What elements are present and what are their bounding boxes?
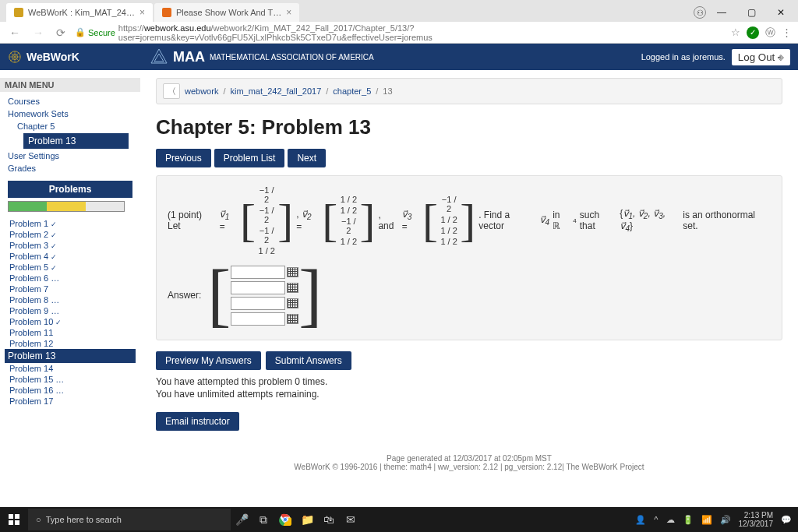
problem-list: Problem 1Problem 2Problem 3Problem 4Prob… (8, 218, 132, 407)
mic-icon[interactable]: 🎤 (231, 509, 252, 530)
nav-homework-sets[interactable]: Homework Sets (8, 107, 132, 120)
problem-link[interactable]: Problem 16 (8, 385, 132, 396)
wifi-icon[interactable]: 📶 (701, 515, 712, 525)
problem-link[interactable]: Problem 9 (8, 305, 132, 316)
people-icon[interactable]: 👤 (635, 515, 646, 525)
onedrive-icon[interactable]: ☁ (666, 515, 675, 525)
bc-current: 13 (383, 86, 392, 96)
answer-input-4[interactable] (231, 312, 285, 326)
problem-link[interactable]: Problem 10 (8, 316, 132, 327)
tab-favicon (14, 8, 23, 17)
problem-link[interactable]: Problem 4 (8, 251, 132, 262)
url-text: https://webwork.asu.edu/webwork2/Kim_MAT… (118, 23, 725, 42)
forward-button[interactable]: → (30, 26, 47, 39)
previous-button[interactable]: Previous (156, 149, 211, 167)
equation-editor-icon[interactable] (287, 283, 298, 293)
url-field[interactable]: 🔒 Secure https://webwork.asu.edu/webwork… (75, 23, 725, 42)
submit-answers-button[interactable]: Submit Answers (266, 351, 351, 370)
chrome-icon[interactable] (274, 509, 296, 530)
email-instructor-button[interactable]: Email instructor (156, 412, 239, 431)
minimize-button[interactable]: — (708, 3, 736, 22)
nav-grades[interactable]: Grades (8, 162, 132, 174)
equation-editor-icon[interactable] (287, 298, 298, 308)
file-explorer-icon[interactable]: 📁 (296, 509, 318, 530)
equation-editor-icon[interactable] (287, 314, 298, 324)
tab-close-icon[interactable]: × (139, 7, 145, 18)
system-tray: 👤 ^ ☁ 🔋 📶 🔊 2:13 PM 12/3/2017 💬 (635, 511, 798, 528)
browser-tab-webwork[interactable]: WeBWorK : Kim_MAT_24… × (6, 3, 153, 22)
sidebar: MAIN MENU Courses Homework Sets Chapter … (0, 70, 140, 479)
nav-chapter[interactable]: Chapter 5 (8, 120, 132, 132)
answer-input-3[interactable] (231, 297, 285, 310)
battery-icon[interactable]: 🔋 (683, 515, 694, 525)
preview-answers-button[interactable]: Preview My Answers (156, 351, 261, 370)
back-button[interactable]: ← (6, 26, 23, 39)
tab-close-icon[interactable]: × (286, 7, 291, 18)
answer-input-1[interactable] (231, 266, 285, 279)
problem-link[interactable]: Problem 14 (8, 363, 132, 374)
problems-header: Problems (8, 181, 132, 198)
find-text-b: in ℝ (553, 210, 570, 231)
mail-icon[interactable]: ✉ (340, 509, 362, 530)
reload-button[interactable]: ⟳ (53, 26, 69, 39)
maa-icon (150, 48, 168, 66)
progress-bar (8, 201, 125, 212)
breadcrumb-back-button[interactable]: 〈 (163, 83, 180, 99)
svg-rect-4 (9, 514, 13, 519)
equation-editor-icon[interactable] (287, 267, 298, 277)
check-icon[interactable]: ✓ (747, 26, 759, 39)
find-text-c: such that (580, 210, 617, 231)
app-name: WeBWorK (26, 51, 79, 63)
clock[interactable]: 2:13 PM 12/3/2017 (739, 511, 774, 528)
problem-link[interactable]: Problem 1 (8, 218, 132, 229)
problem-link[interactable]: Problem 17 (8, 396, 132, 407)
answer-label: Answer: (168, 290, 201, 301)
problem-list-button[interactable]: Problem List (214, 149, 285, 167)
extension-icon[interactable]: ⓦ (765, 26, 775, 40)
tray-expand-icon[interactable]: ^ (654, 515, 658, 524)
find-text-d: is an orthonormal set. (683, 210, 771, 231)
taskbar-search[interactable]: ○ Type here to search (28, 509, 231, 530)
problem-link[interactable]: Problem 15 (8, 374, 132, 385)
maa-logo: MAA MATHEMATICAL ASSOCIATION OF AMERICA (150, 48, 374, 66)
maa-brand: MAA (173, 49, 205, 65)
problem-link[interactable]: Problem 3 (8, 240, 132, 251)
problem-link[interactable]: Problem 13 (5, 349, 136, 363)
menu-icon[interactable]: ⋮ (782, 26, 792, 38)
browser-tab-strip: WeBWorK : Kim_MAT_24… × Please Show Work… (0, 0, 798, 22)
answer-input-2[interactable] (231, 281, 285, 294)
problem-link[interactable]: Problem 7 (8, 284, 132, 294)
task-view-icon[interactable]: ⧉ (252, 509, 274, 530)
attempts-remaining: You have unlimited attempts remaining. (156, 389, 782, 400)
problem-link[interactable]: Problem 5 (8, 262, 132, 273)
store-icon[interactable]: 🛍 (318, 509, 340, 530)
footer-generated: Page generated at 12/03/2017 at 02:05pm … (156, 454, 782, 463)
footer-copyright: WeBWorK © 1996-2016 | theme: math4 | ww_… (156, 463, 782, 471)
tab-favicon (162, 8, 171, 17)
problem-link[interactable]: Problem 12 (8, 338, 132, 349)
browser-tab-chegg[interactable]: Please Show Work And T… × (154, 3, 299, 22)
nav-user-settings[interactable]: User Settings (8, 150, 132, 162)
notifications-icon[interactable]: 💬 (781, 515, 792, 525)
logout-button[interactable]: Log Out ⎆ (732, 49, 790, 65)
bc-webwork[interactable]: webwork (185, 86, 218, 96)
attempts-count: You have attempted this problem 0 times. (156, 376, 782, 387)
webwork-logo[interactable]: WeBWorK (8, 50, 79, 64)
bc-course[interactable]: kim_mat_242_fall_2017 (230, 86, 321, 96)
nav-current-problem[interactable]: Problem 13 (23, 133, 129, 149)
problem-link[interactable]: Problem 8 (8, 294, 132, 305)
and-text: , and (378, 210, 398, 231)
problem-link[interactable]: Problem 11 (8, 327, 132, 338)
next-button[interactable]: Next (288, 149, 326, 167)
problem-link[interactable]: Problem 2 (8, 229, 132, 240)
maximize-button[interactable]: ▢ (737, 3, 765, 22)
bc-chapter[interactable]: chapter_5 (333, 86, 371, 96)
problem-link[interactable]: Problem 6 (8, 273, 132, 284)
nav-courses[interactable]: Courses (8, 95, 132, 107)
page-title: Chapter 5: Problem 13 (156, 115, 782, 139)
close-window-button[interactable]: ✕ (767, 3, 795, 22)
volume-icon[interactable]: 🔊 (720, 515, 731, 525)
user-icon[interactable]: ⚇ (694, 6, 706, 19)
star-icon[interactable]: ☆ (731, 26, 740, 38)
start-button[interactable] (0, 507, 28, 532)
